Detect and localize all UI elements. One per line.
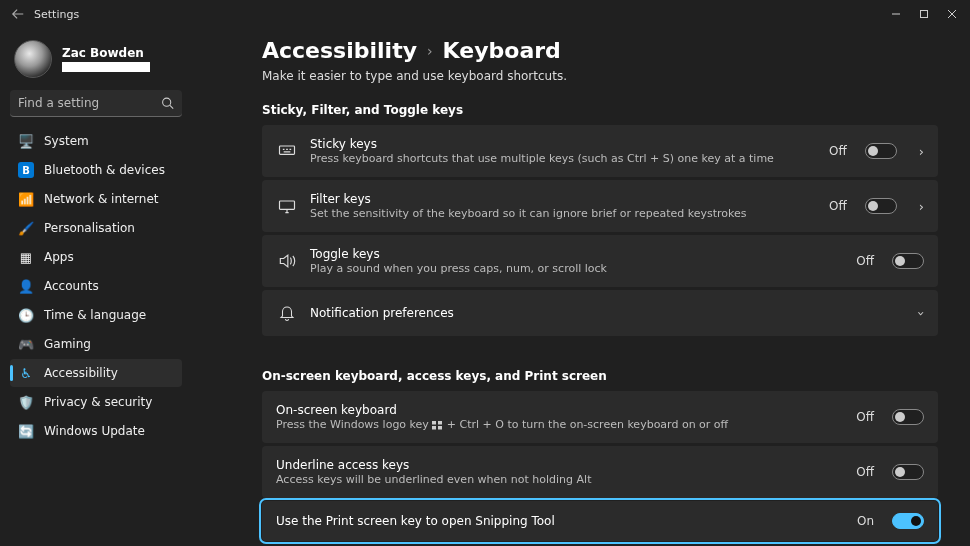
sidebar-item-network[interactable]: 📶Network & internet xyxy=(10,185,182,213)
setting-notification-preferences[interactable]: Notification preferences › xyxy=(262,290,938,336)
sidebar-item-accessibility[interactable]: ♿Accessibility xyxy=(10,359,182,387)
chevron-right-icon: › xyxy=(427,43,433,59)
breadcrumb: Accessibility › Keyboard xyxy=(262,38,938,63)
toggle-state-label: Off xyxy=(856,410,874,424)
clock-icon: 🕒 xyxy=(18,307,34,323)
setting-title: Use the Print screen key to open Snippin… xyxy=(276,514,845,528)
toggle-state-label: Off xyxy=(856,254,874,268)
setting-title: On-screen keyboard xyxy=(276,403,844,417)
sidebar-item-label: Network & internet xyxy=(44,192,159,206)
sidebar-item-label: Windows Update xyxy=(44,424,145,438)
chevron-down-icon[interactable]: › xyxy=(914,310,929,315)
sidebar-item-label: Bluetooth & devices xyxy=(44,163,165,177)
sidebar-item-label: System xyxy=(44,134,89,148)
sidebar-item-gaming[interactable]: 🎮Gaming xyxy=(10,330,182,358)
svg-line-5 xyxy=(170,105,173,108)
sidebar-item-system[interactable]: 🖥️System xyxy=(10,127,182,155)
setting-title: Notification preferences xyxy=(310,306,897,320)
toggle-state-label: Off xyxy=(829,144,847,158)
sidebar-item-personalisation[interactable]: 🖌️Personalisation xyxy=(10,214,182,242)
sidebar-item-label: Time & language xyxy=(44,308,146,322)
update-icon: 🔄 xyxy=(18,423,34,439)
windows-logo-icon xyxy=(432,421,443,430)
breadcrumb-parent[interactable]: Accessibility xyxy=(262,38,417,63)
setting-title: Filter keys xyxy=(310,192,817,206)
svg-rect-7 xyxy=(280,201,295,209)
setting-desc: Play a sound when you press caps, num, o… xyxy=(310,262,844,275)
setting-filter-keys[interactable]: Filter keys Set the sensitivity of the k… xyxy=(262,180,938,232)
toggle-state-label: Off xyxy=(829,199,847,213)
sidebar-item-update[interactable]: 🔄Windows Update xyxy=(10,417,182,445)
setting-underline-access-keys[interactable]: Underline access keys Access keys will b… xyxy=(262,446,938,498)
setting-sticky-keys[interactable]: Sticky keys Press keyboard shortcuts tha… xyxy=(262,125,938,177)
shield-icon: 🛡️ xyxy=(18,394,34,410)
osk-toggle[interactable] xyxy=(892,409,924,425)
sidebar-item-bluetooth[interactable]: BBluetooth & devices xyxy=(10,156,182,184)
keyboard-filter-icon xyxy=(276,195,298,217)
person-icon: 👤 xyxy=(18,278,34,294)
setting-print-screen[interactable]: Use the Print screen key to open Snippin… xyxy=(262,501,938,541)
setting-desc: Access keys will be underlined even when… xyxy=(276,473,844,486)
display-icon: 🖥️ xyxy=(18,133,34,149)
sidebar-item-label: Apps xyxy=(44,250,74,264)
sidebar-item-label: Accessibility xyxy=(44,366,118,380)
back-button[interactable] xyxy=(4,0,32,28)
profile-email xyxy=(62,62,150,72)
bell-icon xyxy=(276,302,298,324)
gamepad-icon: 🎮 xyxy=(18,336,34,352)
sound-icon xyxy=(276,250,298,272)
sidebar-item-label: Privacy & security xyxy=(44,395,152,409)
setting-desc: Set the sensitivity of the keyboard so i… xyxy=(310,207,817,220)
svg-rect-1 xyxy=(921,11,928,18)
search-icon xyxy=(161,94,174,113)
underline-toggle[interactable] xyxy=(892,464,924,480)
maximize-button[interactable] xyxy=(910,0,938,28)
sidebar-item-privacy[interactable]: 🛡️Privacy & security xyxy=(10,388,182,416)
brush-icon: 🖌️ xyxy=(18,220,34,236)
section-header-osk: On-screen keyboard, access keys, and Pri… xyxy=(262,369,938,383)
sidebar-nav: 🖥️System BBluetooth & devices 📶Network &… xyxy=(10,127,182,445)
setting-toggle-keys[interactable]: Toggle keys Play a sound when you press … xyxy=(262,235,938,287)
setting-desc: Press the Windows logo key + Ctrl + O to… xyxy=(276,418,844,431)
search-input[interactable] xyxy=(10,90,182,117)
page-title: Keyboard xyxy=(443,38,561,63)
toggle-state-label: On xyxy=(857,514,874,528)
keyboard-hand-icon xyxy=(276,140,298,162)
minimize-button[interactable] xyxy=(882,0,910,28)
apps-icon: ▦ xyxy=(18,249,34,265)
setting-on-screen-keyboard[interactable]: On-screen keyboard Press the Windows log… xyxy=(262,391,938,443)
svg-rect-6 xyxy=(280,146,295,154)
wifi-icon: 📶 xyxy=(18,191,34,207)
profile-name: Zac Bowden xyxy=(62,46,150,60)
window-title: Settings xyxy=(34,8,79,21)
sidebar-item-label: Accounts xyxy=(44,279,99,293)
profile-block[interactable]: Zac Bowden xyxy=(10,36,190,90)
chevron-right-icon[interactable]: › xyxy=(919,144,924,159)
sidebar-item-time[interactable]: 🕒Time & language xyxy=(10,301,182,329)
accessibility-icon: ♿ xyxy=(18,365,34,381)
setting-desc: Press keyboard shortcuts that use multip… xyxy=(310,152,817,165)
sidebar-item-label: Gaming xyxy=(44,337,91,351)
section-header-sticky: Sticky, Filter, and Toggle keys xyxy=(262,103,938,117)
bluetooth-icon: B xyxy=(18,162,34,178)
toggle-state-label: Off xyxy=(856,465,874,479)
avatar xyxy=(14,40,52,78)
setting-title: Sticky keys xyxy=(310,137,817,151)
sticky-keys-toggle[interactable] xyxy=(865,143,897,159)
setting-title: Underline access keys xyxy=(276,458,844,472)
filter-keys-toggle[interactable] xyxy=(865,198,897,214)
print-screen-toggle[interactable] xyxy=(892,513,924,529)
svg-point-4 xyxy=(163,98,171,106)
sidebar-item-label: Personalisation xyxy=(44,221,135,235)
sidebar-item-apps[interactable]: ▦Apps xyxy=(10,243,182,271)
sidebar-item-accounts[interactable]: 👤Accounts xyxy=(10,272,182,300)
page-subtitle: Make it easier to type and use keyboard … xyxy=(262,69,938,83)
toggle-keys-toggle[interactable] xyxy=(892,253,924,269)
chevron-right-icon[interactable]: › xyxy=(919,199,924,214)
setting-title: Toggle keys xyxy=(310,247,844,261)
close-button[interactable] xyxy=(938,0,966,28)
